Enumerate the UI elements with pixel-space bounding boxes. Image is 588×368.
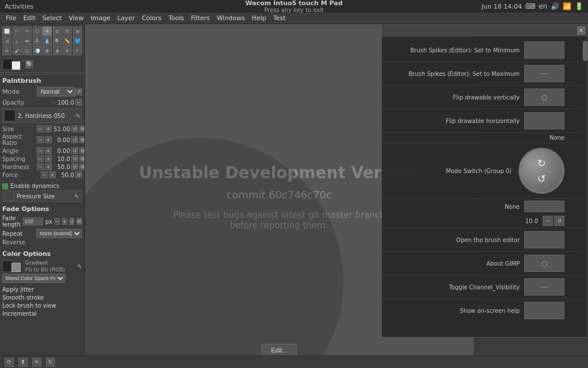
edit-button[interactable]: Edit...: [261, 344, 297, 356]
menu-layer[interactable]: Layer: [114, 13, 138, 23]
dynamics-edit-icon[interactable]: ✎: [75, 193, 79, 200]
bottom-icon-2[interactable]: ⬆: [18, 358, 28, 367]
wacom-btn-flip-v[interactable]: ○: [524, 89, 564, 106]
bottom-icon-4[interactable]: ↻: [46, 358, 55, 367]
angle-minus-btn[interactable]: −: [37, 147, 44, 154]
menu-colors[interactable]: Colors: [138, 13, 165, 23]
tool-airbrush[interactable]: 💨: [33, 46, 42, 55]
hardness-chain-btn[interactable]: ⛓: [79, 163, 85, 170]
tool-pencil[interactable]: ✏: [2, 46, 11, 55]
tool-heal[interactable]: ⊗: [53, 46, 62, 55]
wacom-btn-spikes-max[interactable]: ━━━: [524, 65, 564, 82]
force-reset-btn[interactable]: ↺: [75, 171, 82, 178]
tool-shear[interactable]: ⊿: [2, 36, 11, 45]
activities-label[interactable]: Activities: [5, 3, 33, 10]
tool-flip[interactable]: ⇄: [22, 36, 32, 45]
wacom-btn-spikes-min[interactable]: [524, 41, 564, 59]
wacom-btn-brush-editor[interactable]: [524, 231, 564, 248]
aspect-reset-btn[interactable]: ↺: [71, 136, 78, 143]
bottom-icon-3[interactable]: ✕: [32, 358, 41, 367]
spacing-plus-btn[interactable]: +: [45, 155, 52, 162]
force-minus-btn[interactable]: −: [41, 171, 48, 178]
wacom-size-minus[interactable]: −: [543, 216, 553, 226]
menu-help[interactable]: Help: [249, 13, 270, 23]
tool-ellipse[interactable]: ⬭: [13, 26, 22, 36]
wacom-btn-about[interactable]: ○: [524, 255, 564, 272]
repeat-select[interactable]: None (extend): [36, 229, 82, 238]
wacom-close-btn[interactable]: ✕: [577, 26, 585, 34]
color-edit-icon[interactable]: ✎: [78, 263, 82, 270]
angle-row: Angle − + 0.00 ↺ ⛓: [2, 147, 82, 154]
tool-lasso[interactable]: ✂: [22, 26, 32, 36]
size-reset-btn[interactable]: ↺: [71, 125, 78, 132]
tool-move[interactable]: ✛: [42, 26, 52, 36]
tool-scale[interactable]: ⇲: [73, 26, 82, 36]
wacom-btn-help[interactable]: [524, 302, 564, 319]
blend-select[interactable]: Blend Color Space Perceptu...: [2, 274, 65, 283]
angle-reset-btn[interactable]: ↺: [71, 147, 78, 154]
opacity-minus-btn[interactable]: −: [75, 99, 82, 106]
size-minus-btn[interactable]: −: [37, 125, 44, 132]
tool-fuzzy[interactable]: ⬡: [33, 26, 42, 36]
aspect-plus-btn[interactable]: +: [45, 136, 52, 143]
bottom-icon-1[interactable]: ⟳: [5, 358, 14, 367]
tool-perspective[interactable]: ⟁: [13, 36, 22, 45]
tool-rotate[interactable]: ↻: [63, 26, 72, 36]
mode-reset-btn[interactable]: ↺: [75, 89, 82, 95]
hardness-plus-btn[interactable]: +: [45, 163, 52, 170]
force-plus-btn[interactable]: +: [49, 171, 56, 178]
incremental-label: Incremental: [2, 310, 37, 317]
menu-image[interactable]: Image: [87, 13, 114, 23]
aspect-value: 0.00: [53, 137, 70, 143]
menu-file[interactable]: File: [2, 13, 20, 23]
tool-eraser[interactable]: ◻: [22, 46, 32, 55]
menu-select[interactable]: Select: [39, 13, 65, 23]
zoom-icon[interactable]: 🔍: [25, 60, 33, 68]
tool-smudge[interactable]: ~: [73, 46, 82, 55]
menu-windows[interactable]: Windows: [213, 13, 248, 23]
mode-select[interactable]: Normal: [37, 87, 75, 97]
fade-plus-btn[interactable]: +: [62, 218, 67, 225]
tool-zoom[interactable]: 🔍: [53, 36, 62, 45]
fade-chain-btn[interactable]: ⛓: [76, 218, 82, 225]
fade-reset-btn[interactable]: ↺: [69, 218, 75, 225]
fade-minus-btn[interactable]: −: [55, 218, 60, 225]
menu-view[interactable]: View: [65, 13, 87, 23]
menu-filters[interactable]: Filters: [187, 13, 213, 23]
wacom-size-reset[interactable]: ↺: [554, 216, 564, 226]
aspect-minus-btn[interactable]: −: [37, 136, 44, 143]
wacom-mode-switch-dial[interactable]: ↻ ↺: [519, 148, 564, 194]
hardness-reset-btn[interactable]: ↺: [71, 163, 78, 170]
enable-dynamics-check[interactable]: [2, 183, 8, 189]
size-plus-btn[interactable]: +: [45, 125, 52, 132]
menu-test[interactable]: Test: [270, 13, 289, 23]
spacing-minus-btn[interactable]: −: [37, 155, 44, 162]
tool-measure[interactable]: 📏: [63, 36, 72, 45]
spacing-reset-btn[interactable]: ↺: [71, 155, 78, 162]
spacing-chain-btn[interactable]: ⛓: [79, 155, 85, 162]
gradient-info: Gradient FG to BG (RGB): [25, 260, 65, 273]
fade-length-input[interactable]: [23, 217, 43, 225]
wacom-btn-flip-h[interactable]: [524, 112, 564, 129]
bg-color-swatch[interactable]: [11, 61, 21, 70]
brush-edit-icon[interactable]: ✎: [76, 113, 80, 119]
tool-crop[interactable]: ⊡: [53, 26, 62, 36]
menu-edit[interactable]: Edit: [20, 13, 38, 23]
size-chain-btn[interactable]: ⛓: [79, 125, 85, 132]
aspect-chain-btn[interactable]: ⛓: [79, 136, 85, 143]
menu-tools[interactable]: Tools: [165, 13, 187, 23]
angle-chain-btn[interactable]: ⛓: [79, 147, 85, 154]
color-swatch-bg[interactable]: [11, 263, 21, 272]
tool-brush[interactable]: 🖌: [13, 46, 22, 55]
hardness-minus-btn[interactable]: −: [37, 163, 44, 170]
tool-colorpick[interactable]: 💧: [42, 36, 52, 45]
tool-text[interactable]: A: [33, 36, 42, 45]
wacom-btn-channel[interactable]: ━━━: [524, 278, 564, 296]
tool-paintbucket[interactable]: 🪣: [73, 36, 82, 45]
wacom-scrollbar-thumb[interactable]: [583, 41, 587, 61]
tool-rectangle[interactable]: ⬜: [2, 26, 11, 36]
tool-dodge[interactable]: ☀: [63, 46, 72, 55]
brush-preview[interactable]: 2. Hardness 050 ✎: [2, 108, 82, 123]
angle-plus-btn[interactable]: +: [45, 147, 52, 154]
tool-clone[interactable]: ⊕: [42, 46, 52, 55]
